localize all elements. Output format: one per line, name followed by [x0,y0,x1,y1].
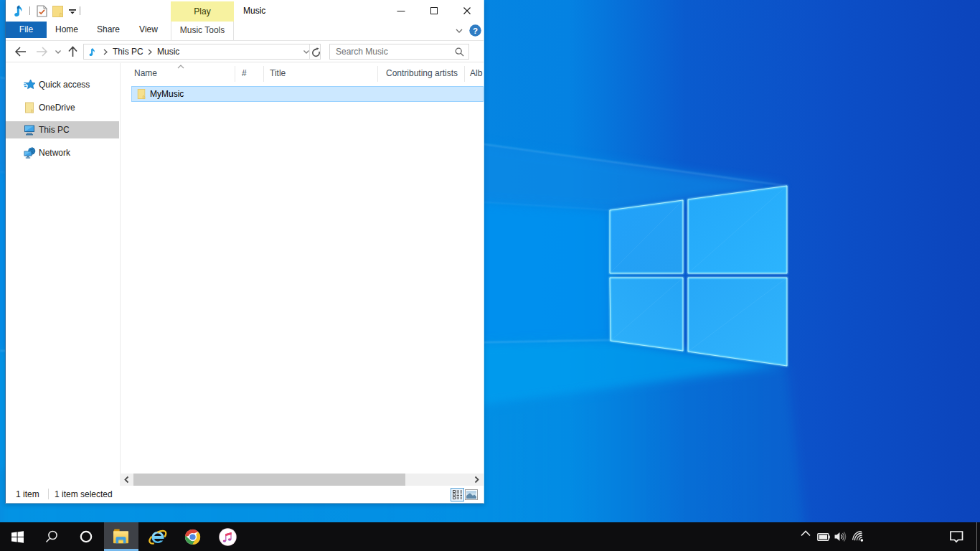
svg-text:?: ? [473,27,478,35]
